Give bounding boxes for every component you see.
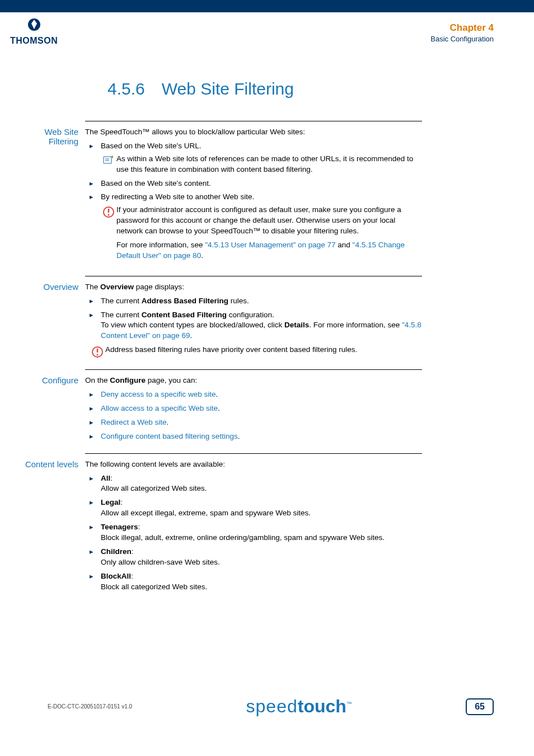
- level-desc: Block all categorized Web sites.: [101, 583, 207, 591]
- list-item: Configure content based filtering settin…: [85, 431, 422, 442]
- page-title: 4.5.6 Web Site Filtering: [107, 79, 534, 98]
- text-bold: Content Based Filtering: [142, 311, 227, 319]
- warning-block: If your administrator account is configu…: [101, 205, 422, 264]
- link-allow-access[interactable]: Allow access to a specific Web site: [101, 404, 218, 412]
- brand-tm: ™: [346, 701, 352, 707]
- link-redirect[interactable]: Redirect a Web site: [101, 418, 167, 426]
- thomson-logo: THOMSON: [10, 18, 58, 46]
- wsf-list: Based on the Web site's URL. As within a…: [85, 141, 422, 265]
- text: and: [336, 241, 353, 249]
- brand-light: speed: [246, 696, 298, 716]
- level-desc: Allow all except illegal, extreme, spam …: [101, 509, 311, 517]
- level-desc: Block illegal, adult, extreme, online or…: [101, 533, 385, 542]
- link-user-management[interactable]: "4.5.13 User Management" on page 77: [205, 241, 335, 249]
- page-number: 65: [466, 698, 494, 715]
- configure-intro: On the Configure page, you can:: [85, 375, 422, 386]
- wsf-b2: Based on the Web site's content.: [101, 179, 211, 187]
- text: . For more information, see: [309, 321, 402, 329]
- section-configure: Configure On the Configure page, you can…: [85, 369, 422, 445]
- list-item: Based on the Web site's URL. As within a…: [85, 141, 422, 175]
- list-item: Legal: Allow all except illegal, extreme…: [85, 497, 422, 519]
- link-configure-content[interactable]: Configure content based filtering settin…: [101, 432, 238, 440]
- text: page, you can:: [146, 376, 197, 384]
- logo-text: THOMSON: [10, 36, 58, 46]
- body-overview: The Overview page displays: The current …: [85, 276, 422, 361]
- logo-icon: [25, 18, 44, 35]
- svg-point-9: [97, 354, 99, 356]
- wsf-b1: Based on the Web site's URL.: [101, 142, 201, 150]
- wsf-intro: The SpeedTouch™ allows you to block/allo…: [85, 127, 422, 138]
- overview-intro: The Overview page displays:: [85, 282, 422, 293]
- text: The current: [101, 297, 142, 305]
- list-item: Teenagers: Block illegal, adult, extreme…: [85, 522, 422, 543]
- text: The current: [101, 311, 142, 319]
- content-area: Web Site Filtering The SpeedTouch™ allow…: [0, 121, 534, 596]
- list-item: By redirecting a Web site to another Web…: [85, 192, 422, 264]
- text-bold: Overview: [100, 283, 134, 291]
- svg-rect-1: [104, 157, 111, 163]
- text: .: [190, 331, 192, 340]
- level-name: All: [101, 474, 110, 482]
- body-configure: On the Configure page, you can: Deny acc…: [85, 370, 422, 445]
- level-name: Legal: [101, 498, 120, 506]
- chapter-title: Chapter 4: [430, 22, 494, 34]
- list-item: BlockAll: Block all categorized Web site…: [85, 571, 422, 593]
- sidehead-wsf: Web Site Filtering: [12, 121, 85, 268]
- text-bold: Address Based Filtering: [142, 297, 228, 305]
- brand-bold: touch: [298, 696, 346, 716]
- top-bar: [0, 0, 534, 12]
- text: For more information, see: [116, 241, 205, 249]
- text: To view which content types are blocked/…: [101, 321, 284, 329]
- list-item: Based on the Web site's content.: [85, 179, 422, 189]
- warning-icon: [101, 205, 116, 264]
- body-levels: The following content levels are availab…: [85, 454, 422, 596]
- note-block: As within a Web site lots of references …: [101, 154, 422, 175]
- chapter-block: Chapter 4 Basic Configuration: [430, 22, 494, 43]
- sidehead-levels: Content levels: [12, 454, 85, 596]
- level-name: BlockAll: [101, 572, 131, 580]
- text: page displays:: [134, 283, 184, 291]
- svg-point-6: [108, 214, 110, 216]
- overview-warn: Address based filtering rules have prior…: [105, 345, 422, 358]
- section-content-levels: Content levels The following content lev…: [85, 453, 422, 596]
- wsf-warn1: If your administrator account is configu…: [116, 205, 422, 237]
- wsf-warn1b: For more information, see "4.5.13 User M…: [116, 240, 422, 261]
- text: .: [201, 251, 203, 260]
- note-icon: [101, 154, 116, 175]
- section-overview: Overview The Overview page displays: The…: [85, 276, 422, 361]
- text: On the: [85, 376, 110, 384]
- page-header: THOMSON Chapter 4 Basic Configuration: [0, 12, 534, 57]
- doc-id: E-DOC-CTC-20051017-0151 v1.0: [48, 703, 132, 710]
- list-item: The current Content Based Filtering conf…: [85, 310, 422, 342]
- text: rules.: [228, 297, 249, 305]
- warning-icon: [90, 345, 105, 358]
- text: configuration.: [227, 311, 274, 319]
- list-item: The current Address Based Filtering rule…: [85, 296, 422, 307]
- list-item: Deny access to a specific web site.: [85, 389, 422, 400]
- warning-block: Address based filtering rules have prior…: [90, 345, 422, 358]
- list-item: Allow access to a specific Web site.: [85, 403, 422, 414]
- list-item: Children: Only allow children-save Web s…: [85, 547, 422, 568]
- text-bold: Details: [284, 321, 309, 329]
- wsf-warning-text: If your administrator account is configu…: [116, 205, 422, 264]
- list-item: All: Allow all categorized Web sites.: [85, 473, 422, 495]
- level-desc: Only allow children-save Web sites.: [101, 558, 220, 566]
- wsf-b3: By redirecting a Web site to another Web…: [101, 192, 254, 201]
- section-web-site-filtering: Web Site Filtering The SpeedTouch™ allow…: [85, 121, 422, 268]
- text: The: [85, 283, 100, 291]
- levels-list: All: Allow all categorized Web sites. Le…: [85, 473, 422, 593]
- wsf-note1: As within a Web site lots of references …: [116, 154, 422, 175]
- link-deny-access[interactable]: Deny access to a specific web site: [101, 390, 216, 398]
- sidehead-overview: Overview: [12, 276, 85, 361]
- page-footer: E-DOC-CTC-20051017-0151 v1.0 speedtouch™…: [0, 696, 534, 717]
- body-wsf: The SpeedTouch™ allows you to block/allo…: [85, 121, 422, 268]
- overview-list: The current Address Based Filtering rule…: [85, 296, 422, 342]
- configure-list: Deny access to a specific web site. Allo…: [85, 389, 422, 442]
- levels-intro: The following content levels are availab…: [85, 459, 422, 470]
- chapter-subtitle: Basic Configuration: [430, 35, 494, 43]
- level-name: Teenagers: [101, 523, 138, 531]
- brand-logo: speedtouch™: [246, 696, 352, 717]
- level-desc: Allow all categorized Web sites.: [101, 484, 207, 492]
- list-item: Redirect a Web site.: [85, 417, 422, 428]
- text-bold: Configure: [110, 376, 146, 384]
